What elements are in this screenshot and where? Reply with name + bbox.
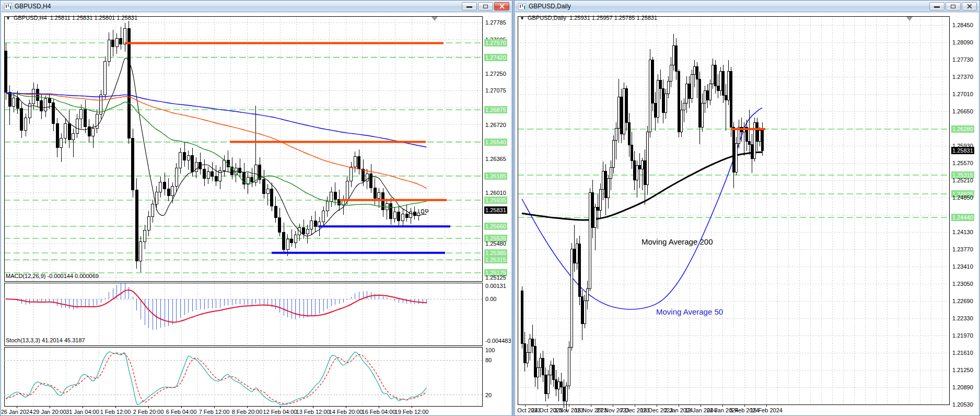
- time-axis-label: 31 Jan 04:00: [66, 409, 99, 415]
- ohlc-symbol: GBPUSD,Daily: [528, 15, 566, 21]
- level-price-label: 1.25315: [484, 256, 507, 263]
- ohlc-header[interactable]: ▼GBPUSD,H4 1.25811 1.25831 1.25801 1.258…: [6, 15, 137, 21]
- price-axis-label: 80: [484, 356, 493, 364]
- time-axis-label: 29 Jan 20:00: [33, 409, 66, 415]
- price-axis-label: 1.21610: [951, 349, 974, 356]
- time-axis-label: 26 Jan 2024: [2, 409, 32, 415]
- price-axis-label: 1.25480: [484, 240, 507, 247]
- price-axis-label: 1.27370: [951, 73, 974, 80]
- price-axis-label: 1.25210: [951, 177, 974, 184]
- price-axis-label: 100: [484, 346, 496, 354]
- price-axis-label: 1.20890: [951, 384, 974, 391]
- chart-window-gbpusd-h4[interactable]: GBPUSD,H4 ▼GBPUSD,H4 1.25811 1.25831 1.2…: [0, 0, 512, 416]
- h4-chart-canvas[interactable]: [2, 13, 511, 415]
- level-price-label: 1.26540: [484, 138, 507, 146]
- level-price-label: 1.25935: [484, 197, 507, 204]
- price-axis-label: 1.27010: [951, 90, 974, 98]
- time-axis-label: 16 Feb 04:00: [362, 409, 396, 415]
- price-axis-label: 1.25570: [951, 159, 974, 167]
- window-titlebar[interactable]: GBPUSD,Daily: [515, 1, 979, 12]
- time-axis-label: 8 Feb 20:00: [232, 409, 263, 415]
- price-axis-label: 1.26650: [951, 108, 974, 115]
- price-axis-label: 1.23050: [951, 280, 974, 287]
- price-axis-label: 1.21970: [951, 332, 974, 339]
- ma200-annotation: Moving Average 200: [641, 237, 713, 246]
- minimize-button[interactable]: [929, 2, 944, 10]
- price-axis-label: 0.00131: [484, 282, 507, 290]
- restore-button[interactable]: [946, 2, 961, 10]
- ohlc-header[interactable]: ▼GBPUSD,Daily 1.25931 1.25957 1.25785 1.…: [520, 15, 657, 21]
- restore-icon: [951, 5, 955, 8]
- time-axis-label: 12 Feb 04:00: [263, 409, 297, 415]
- time-axis-label: 14 Feb 20:00: [329, 409, 363, 415]
- price-axis-label: 1.24850: [951, 194, 974, 201]
- price-axis-label: 1.23770: [951, 246, 974, 253]
- window-titlebar[interactable]: GBPUSD,H4: [1, 1, 511, 12]
- restore-icon: [483, 5, 488, 8]
- time-axis-label: 6 Feb 04:00: [166, 409, 197, 415]
- close-button[interactable]: [962, 2, 977, 10]
- price-axis-label: 1.22690: [951, 297, 974, 305]
- time-axis-label: 19 Feb 12:00: [395, 409, 429, 415]
- price-axis-label: 1.27250: [484, 70, 507, 77]
- minimize-button[interactable]: [462, 2, 477, 10]
- chart-window-gbpusd-daily[interactable]: GBPUSD,Daily ▼GBPUSD,Daily 1.25931 1.259…: [514, 0, 980, 416]
- ma50-annotation: Moving Average 50: [656, 307, 723, 316]
- chart-area-daily[interactable]: ▼GBPUSD,Daily 1.25931 1.25957 1.25785 1.…: [516, 13, 978, 415]
- price-axis-label: 1.26365: [484, 155, 507, 163]
- chart-icon: [4, 3, 12, 10]
- level-price-label: 1.26875: [484, 106, 507, 113]
- ohlc-symbol: GBPUSD,H4: [14, 15, 47, 21]
- chart-icon: [518, 3, 526, 10]
- minimize-icon: [934, 6, 940, 8]
- price-axis-label: 1.26720: [484, 121, 507, 129]
- time-axis-label: 1 Feb 12:00: [100, 409, 131, 415]
- window-title: GBPUSD,Daily: [529, 3, 929, 10]
- price-axis-label: 1.28090: [951, 39, 974, 46]
- stoch-label: Stoch(13,3,3) 41.2014 45.3187: [6, 337, 85, 343]
- close-icon: [962, 3, 976, 10]
- price-axis-label: 1.27785: [484, 19, 507, 26]
- level-price-label: 1.25660: [484, 223, 507, 230]
- minimize-icon: [466, 6, 472, 8]
- ohlc-values: 1.25811 1.25831 1.25801 1.25831: [50, 15, 137, 21]
- close-button[interactable]: [494, 2, 509, 10]
- price-axis-label: 1.23410: [951, 263, 974, 270]
- current-price-badge: 1.25831: [951, 147, 974, 154]
- price-axis-label: 1.24130: [951, 228, 974, 236]
- price-axis-label: 1.22330: [951, 315, 974, 322]
- chart-area-h4[interactable]: ▼GBPUSD,H4 1.25811 1.25831 1.25801 1.258…: [2, 13, 511, 415]
- level-price-label: 1.27420: [484, 54, 507, 61]
- window-title: GBPUSD,H4: [15, 3, 462, 10]
- current-price-badge: 1.25831: [484, 206, 507, 214]
- ohlc-values: 1.25931 1.25957 1.25785 1.25831: [569, 15, 657, 21]
- time-axis-label: 13 Feb 12:00: [296, 409, 330, 415]
- price-axis-label: 1.25125: [484, 274, 507, 281]
- level-price-label: 1.26280: [951, 125, 974, 133]
- price-axis-label: 1.20530: [951, 401, 974, 408]
- restore-button[interactable]: [478, 2, 493, 10]
- price-axis-label: 1.28450: [951, 21, 974, 29]
- price-axis-label: 20: [484, 391, 493, 399]
- daily-chart-canvas[interactable]: [516, 13, 978, 415]
- symbol-dropdown-icon[interactable]: ▼: [520, 16, 524, 21]
- price-axis-label: 0.00: [484, 295, 497, 303]
- time-axis-label: 2 Feb 20:00: [133, 409, 164, 415]
- level-price-label: 1.24440: [951, 214, 974, 221]
- price-axis-label: 1.27075: [484, 87, 507, 94]
- price-axis-label: -0.004483: [484, 337, 511, 344]
- time-axis-label: 15 Feb 2024: [750, 407, 783, 413]
- level-price-label: 1.26185: [484, 172, 507, 180]
- level-price-label: 1.27570: [484, 39, 507, 47]
- price-axis-label: 1.27730: [951, 56, 974, 63]
- price-axis-label: 1.21250: [951, 366, 974, 374]
- symbol-dropdown-icon[interactable]: ▼: [6, 16, 10, 21]
- price-axis-label: 1.26010: [484, 189, 507, 197]
- close-icon: [495, 3, 509, 10]
- time-axis-label: 7 Feb 12:00: [199, 409, 230, 415]
- macd-label: MACD(12,26,9) -0.000144 0.000069: [6, 273, 99, 279]
